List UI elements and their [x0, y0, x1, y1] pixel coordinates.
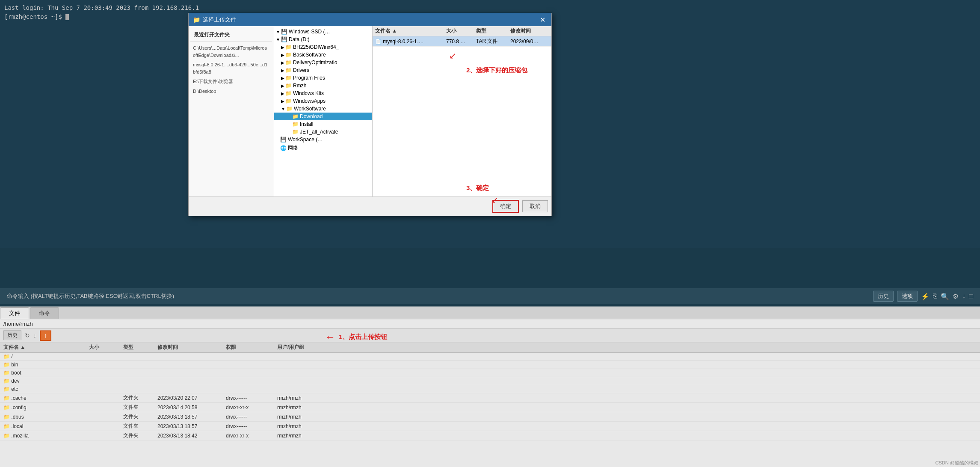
file-table-row[interactable]: 📁 .mozilla文件夹2023/03/13 18:42drwxr-xr-xr… — [0, 431, 980, 440]
file-panel-toolbar: 历史 ↻ ↓ ↑ — [0, 329, 980, 342]
dialog-title: 选择上传文件 — [203, 16, 236, 24]
col-filename: 文件名 ▲ — [375, 27, 446, 35]
col-type: 类型 — [476, 27, 510, 35]
tree-item[interactable]: ▶📁Windows Kits — [274, 89, 372, 97]
tree-item[interactable]: ▶📁DeliveryOptimizatio — [274, 59, 372, 66]
file-table-row[interactable]: 📁 boot — [0, 369, 980, 377]
file-list-row[interactable]: 📄 mysql-8.0.26-1….770.8 …TAR 文件2023/09/0… — [373, 36, 551, 47]
tree-item[interactable]: ▶📁Rmzh — [274, 82, 372, 89]
csdn-watermark: CSDN @酷酷的橘叔 — [936, 460, 978, 466]
tree-item[interactable]: ▶💾WorkSpace (… — [274, 136, 372, 143]
dialog-tree-panel: ▼💾Windows-SSD (…▼💾Data (D:)▶📁BH225iGDIWi… — [274, 26, 373, 196]
recent-item[interactable]: mysql-8.0.26-1....db3-429...50e...d1bfd5… — [190, 60, 272, 77]
file-history-button[interactable]: 历史 — [3, 330, 21, 340]
recent-items-list: C:\Users\...Data\Local\Temp\MicrosoftEdg… — [190, 43, 272, 96]
tree-item[interactable]: ▶📁Download — [274, 113, 372, 120]
tab-command[interactable]: 命令 — [30, 307, 59, 319]
upload-button[interactable]: ↑ — [40, 330, 51, 341]
terminal-cursor — [65, 14, 69, 20]
terminal-line2: [rmzh@centos ~]$ — [4, 12, 199, 21]
tree-item[interactable]: ▶📁WindowsApps — [274, 97, 372, 105]
options-button[interactable]: 选项 — [897, 291, 918, 302]
recent-item[interactable]: D:\Desktop — [190, 86, 272, 96]
search-icon[interactable]: 🔍 — [941, 292, 949, 300]
dialog-titlebar: 📁 选择上传文件 ✕ — [189, 13, 551, 26]
tree-item[interactable]: ▶📁Drivers — [274, 66, 372, 74]
refresh-icon[interactable]: ↻ — [25, 332, 30, 339]
recent-item[interactable]: E:\下载文件\浏览器 — [190, 77, 272, 86]
file-table-row[interactable]: 📁 dev — [0, 377, 980, 385]
tree-item[interactable]: ▶📁Program Files — [274, 74, 372, 82]
lightning-icon: ⚡ — [921, 292, 930, 300]
file-panel-path: /home/rmzh — [0, 319, 980, 329]
dialog-ok-button[interactable]: 确定 — [492, 200, 519, 213]
upload-dialog: 📁 选择上传文件 ✕ 最近打开文件夹 C:\Users\...Data\Loca… — [188, 13, 552, 216]
tree-item[interactable]: ▼💾Windows-SSD (… — [274, 28, 372, 36]
file-list-body: 📄 mysql-8.0.26-1….770.8 …TAR 文件2023/09/0… — [373, 36, 551, 196]
dialog-recent-panel: 最近打开文件夹 C:\Users\...Data\Local\Temp\Micr… — [189, 26, 274, 196]
maximize-icon[interactable]: □ — [969, 292, 973, 300]
file-table-row[interactable]: 📁 bin — [0, 361, 980, 369]
tree-container: ▼💾Windows-SSD (…▼💾Data (D:)▶📁BH225iGDIWi… — [274, 28, 372, 152]
file-table-row[interactable]: 📁 .config文件夹2023/03/14 20:58drwxr-xr-xrm… — [0, 403, 980, 412]
col-permissions: 权限 — [226, 344, 277, 351]
file-panel: 文件 命令 /home/rmzh 历史 ↻ ↓ ↑ ← 1、点击上传按钮 文件名… — [0, 306, 980, 467]
dialog-body: 最近打开文件夹 C:\Users\...Data\Local\Temp\Micr… — [189, 26, 551, 196]
file-table-row[interactable]: 📁 .dbus文件夹2023/03/13 18:57drwx------rmzh… — [0, 412, 980, 422]
tree-item[interactable]: ▼📁WorkSoftware — [274, 105, 372, 113]
file-rows-container: 📄 mysql-8.0.26-1….770.8 …TAR 文件2023/09/0… — [373, 36, 551, 47]
col-modified: 修改时间 — [510, 27, 549, 35]
col-size: 大小 — [89, 344, 123, 351]
file-table-row[interactable]: 📁 .local文件夹2023/03/13 18:57drwx------rmz… — [0, 422, 980, 431]
tree-item[interactable]: ▼💾Data (D:) — [274, 36, 372, 43]
dialog-files-panel: 文件名 ▲ 大小 类型 修改时间 📄 mysql-8.0.26-1….770.8… — [373, 26, 551, 196]
tree-item[interactable]: ▶📁BasicSoftware — [274, 51, 372, 59]
file-table-row[interactable]: 📁 etc — [0, 385, 980, 393]
copy-icon[interactable]: ⎘ — [933, 292, 937, 300]
download-file-icon[interactable]: ↓ — [33, 332, 36, 339]
command-hint: 命令输入 (按ALT键提示历史,TAB键路径,ESC键返回,双击CTRL切换) — [7, 292, 174, 300]
file-table-row[interactable]: 📁 .cache文件夹2023/03/20 22:07drwx------rmz… — [0, 393, 980, 403]
file-list-header: 文件名 ▲ 大小 类型 修改时间 — [373, 26, 551, 36]
history-button-top[interactable]: 历史 — [873, 291, 894, 302]
file-table-body: 📁 /📁 bin📁 boot📁 dev📁 etc📁 .cache文件夹2023/… — [0, 353, 980, 467]
tree-item[interactable]: ▶🌐网络 — [274, 143, 372, 152]
dialog-icon: 📁 — [193, 16, 200, 23]
tree-item[interactable]: ▶📁BH225iGDIWinx64_ — [274, 43, 372, 51]
recent-item[interactable]: C:\Users\...Data\Local\Temp\MicrosoftEdg… — [190, 43, 272, 60]
dialog-cancel-button[interactable]: 取消 — [522, 200, 548, 212]
file-table-row[interactable]: 📁 / — [0, 353, 980, 361]
col-type: 类型 — [123, 344, 157, 351]
file-table-header: 文件名 ▲ 大小 类型 修改时间 权限 用户/用户组 — [0, 342, 980, 353]
col-size: 大小 — [446, 27, 476, 35]
settings-icon[interactable]: ⚙ — [953, 292, 959, 300]
dialog-close-button[interactable]: ✕ — [538, 16, 547, 24]
terminal-text: Last login: Thu Sep 7 20:03:49 2023 from… — [4, 3, 199, 21]
col-modified: 修改时间 — [157, 344, 226, 351]
bottom-toolbar: 命令输入 (按ALT键提示历史,TAB键路径,ESC键返回,双击CTRL切换) … — [0, 288, 980, 304]
col-user: 用户/用户组 — [277, 344, 329, 351]
dialog-footer: 确定 取消 — [189, 196, 551, 216]
tab-file[interactable]: 文件 — [0, 307, 29, 319]
download-icon[interactable]: ↓ — [962, 292, 965, 300]
file-panel-tabs: 文件 命令 — [0, 306, 980, 319]
tree-item[interactable]: ▶📁Install — [274, 120, 372, 128]
file-table-rows: 📁 /📁 bin📁 boot📁 dev📁 etc📁 .cache文件夹2023/… — [0, 353, 980, 440]
tree-item[interactable]: ▶📁JET_all_Activate — [274, 128, 372, 136]
terminal-line1: Last login: Thu Sep 7 20:03:49 2023 from… — [4, 3, 199, 12]
col-name: 文件名 ▲ — [3, 344, 89, 351]
toolbar-right: 历史 选项 ⚡ ⎘ 🔍 ⚙ ↓ □ — [873, 291, 973, 302]
recent-panel-title: 最近打开文件夹 — [190, 30, 272, 42]
